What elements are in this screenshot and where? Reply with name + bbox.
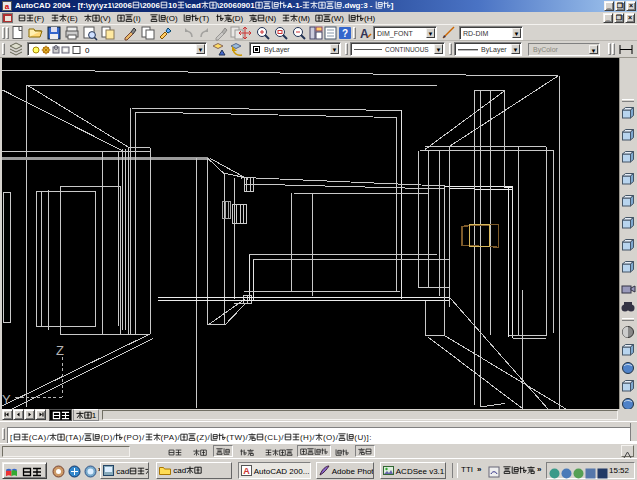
- svg-text:Y: Y: [2, 392, 11, 407]
- svg-text:0: 0: [85, 46, 90, 55]
- svg-text:A: A: [243, 466, 250, 476]
- svg-text:?: ?: [342, 28, 348, 39]
- svg-text:Z: Z: [56, 343, 64, 358]
- svg-text:A: A: [360, 27, 369, 41]
